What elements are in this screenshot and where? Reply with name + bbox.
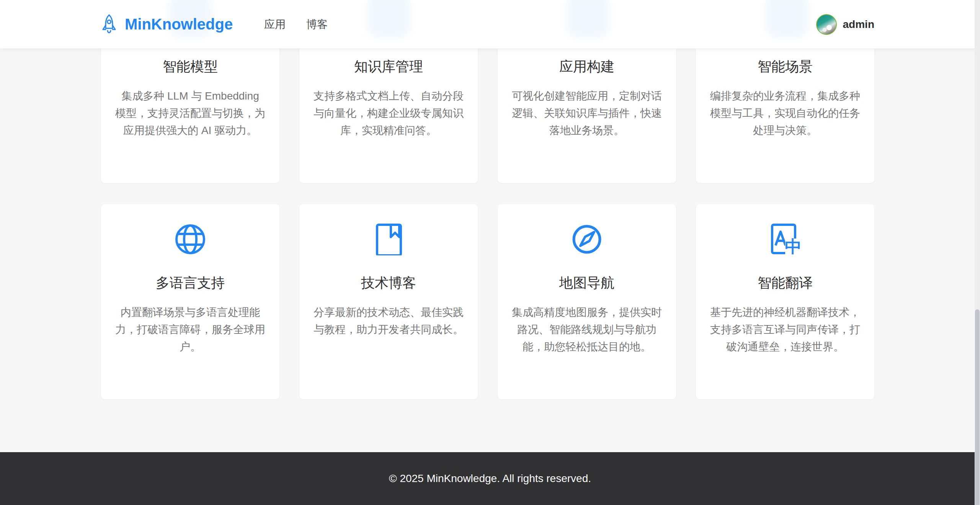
page: { "brand": { "name": "MinKnowledge", "lo…	[0, 0, 980, 505]
card-title: 知识库管理	[313, 57, 464, 76]
card-title: 地图导航	[511, 274, 662, 292]
nav-item-apps[interactable]: 应用	[264, 17, 286, 32]
card-description: 编排复杂的业务流程，集成多种模型与工具，实现自动化的任务处理与决策。	[710, 87, 861, 139]
header: MinKnowledge 应用 博客 admin	[0, 0, 980, 49]
card-description: 支持多格式文档上传、自动分段与向量化，构建企业级专属知识库，实现精准问答。	[313, 87, 464, 139]
card-description: 基于先进的神经机器翻译技术，支持多语言互译与同声传译，打破沟通壁垒，连接世界。	[710, 304, 861, 355]
footer: © 2025 MinKnowledge. All rights reserved…	[0, 452, 980, 505]
features-grid: 智能模型 集成多种 LLM 与 Embedding 模型，支持灵活配置与切换，为…	[101, 0, 875, 399]
scrollbar-track[interactable]	[975, 0, 980, 505]
card-title: 多语言支持	[115, 274, 266, 292]
card-description: 内置翻译场景与多语言处理能力，打破语言障碍，服务全球用户。	[115, 304, 266, 355]
svg-text:中: 中	[785, 237, 801, 255]
feature-card-map: 地图导航 集成高精度地图服务，提供实时路况、智能路线规划与导航功能，助您轻松抵达…	[498, 204, 676, 399]
feature-card-blog: 技术博客 分享最新的技术动态、最佳实践与教程，助力开发者共同成长。	[299, 204, 478, 399]
brand[interactable]: MinKnowledge	[101, 14, 233, 35]
card-title: 应用构建	[511, 57, 662, 76]
globe-icon	[174, 223, 206, 255]
card-title: 智能翻译	[710, 274, 861, 292]
brand-name: MinKnowledge	[125, 16, 233, 33]
card-description: 分享最新的技术动态、最佳实践与教程，助力开发者共同成长。	[313, 304, 464, 338]
book-icon	[372, 223, 405, 255]
copyright-text: © 2025 MinKnowledge. All rights reserved…	[389, 472, 591, 485]
rocket-logo-icon	[101, 14, 117, 35]
nav-item-blog[interactable]: 博客	[306, 17, 328, 32]
card-title: 智能模型	[115, 57, 266, 76]
user-menu[interactable]: admin	[816, 14, 874, 35]
card-description: 集成高精度地图服务，提供实时路况、智能路线规划与导航功能，助您轻松抵达目的地。	[511, 304, 662, 355]
card-description: 可视化创建智能应用，定制对话逻辑、关联知识库与插件，快速落地业务场景。	[511, 87, 662, 139]
compass-icon	[571, 223, 603, 255]
main-nav: 应用 博客	[264, 17, 328, 32]
translate-icon: 中	[769, 223, 801, 255]
card-title: 技术博客	[313, 274, 464, 292]
username: admin	[843, 18, 874, 31]
feature-card-multilang: 多语言支持 内置翻译场景与多语言处理能力，打破语言障碍，服务全球用户。	[101, 204, 279, 399]
feature-card-translate: 中 智能翻译 基于先进的神经机器翻译技术，支持多语言互译与同声传译，打破沟通壁垒…	[696, 204, 874, 399]
card-title: 智能场景	[710, 57, 861, 76]
card-description: 集成多种 LLM 与 Embedding 模型，支持灵活配置与切换，为应用提供强…	[115, 87, 266, 139]
scrollbar-thumb[interactable]	[975, 309, 980, 505]
avatar[interactable]	[816, 14, 837, 35]
